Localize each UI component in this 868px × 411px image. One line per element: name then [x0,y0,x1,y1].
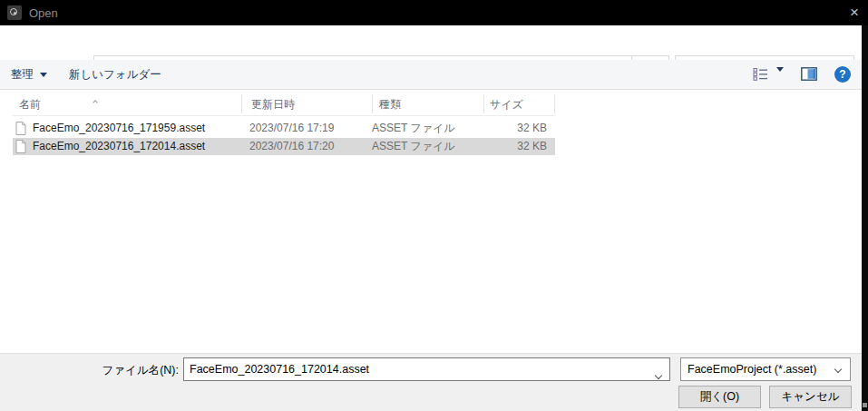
title-bar: Open × [0,0,868,25]
cancel-button[interactable]: キャンセル [769,386,852,408]
column-header-name[interactable]: 名前 [19,97,41,113]
command-toolbar: 整理 新しいフォルダー ? [0,60,862,90]
views-dropdown-button[interactable] [776,72,784,88]
file-size: 32 KB [483,120,547,137]
unity-app-icon-dot [14,12,16,15]
file-modified: 2023/07/16 17:19 [249,120,334,137]
help-button[interactable]: ? [834,66,851,83]
file-type: ASSET ファイル [372,120,455,137]
preview-pane-button[interactable] [801,67,817,84]
document-icon [15,140,26,153]
file-name: FaceEmo_20230716_171959.asset [33,120,205,137]
views-icon [753,67,768,81]
filename-label: ファイル名(N): [0,363,179,378]
filename-dropdown-icon[interactable] [656,366,661,382]
column-divider[interactable] [241,94,242,113]
unity-app-icon [7,5,22,20]
column-divider[interactable] [372,94,373,113]
new-folder-label: 新しいフォルダー [69,67,161,83]
help-icon: ? [839,68,845,81]
organize-label: 整理 [11,67,34,83]
resize-grip[interactable] [863,403,867,407]
filename-input[interactable] [183,357,670,381]
file-modified: 2023/07/16 17:20 [249,138,334,155]
column-header-size[interactable]: サイズ [490,97,523,113]
close-icon[interactable]: × [841,0,868,25]
dropdown-triangle-icon [40,73,47,77]
column-header-modified[interactable]: 更新日時 [251,97,295,113]
document-icon [15,122,26,135]
organize-button[interactable]: 整理 [11,60,47,89]
filetype-select[interactable]: FaceEmoProject (*.asset) [680,357,851,381]
dropdown-triangle-icon [776,67,784,87]
open-file-dialog: Open × ← → ↑ « FaceEmoExample › Assets ›… [0,0,868,411]
background-edge-strip [862,25,868,411]
filetype-value: FaceEmoProject (*.asset) [688,363,816,376]
window-title: Open [29,6,58,20]
new-folder-button[interactable]: 新しいフォルダー [69,60,161,89]
file-row[interactable]: FaceEmo_20230716_171959.asset 2023/07/16… [13,120,555,137]
navigation-bar: ← → ↑ « FaceEmoExample › Assets › Suzury… [0,25,862,60]
header-underline [13,115,555,116]
column-divider[interactable] [554,94,555,113]
filetype-dropdown-icon [834,366,842,373]
sort-ascending-icon [93,92,97,108]
file-name: FaceEmo_20230716_172014.asset [33,138,205,155]
dialog-footer: ファイル名(N): FaceEmoProject (*.asset) 開く(O)… [0,353,862,411]
views-button[interactable] [753,67,768,84]
file-row-selected[interactable]: FaceEmo_20230716_172014.asset 2023/07/16… [13,138,555,155]
preview-pane-icon [801,67,817,81]
column-header-type[interactable]: 種類 [379,97,401,113]
open-button[interactable]: 開く(O) [678,386,761,408]
file-size: 32 KB [483,138,547,155]
file-type: ASSET ファイル [372,138,455,155]
column-divider[interactable] [483,94,484,113]
